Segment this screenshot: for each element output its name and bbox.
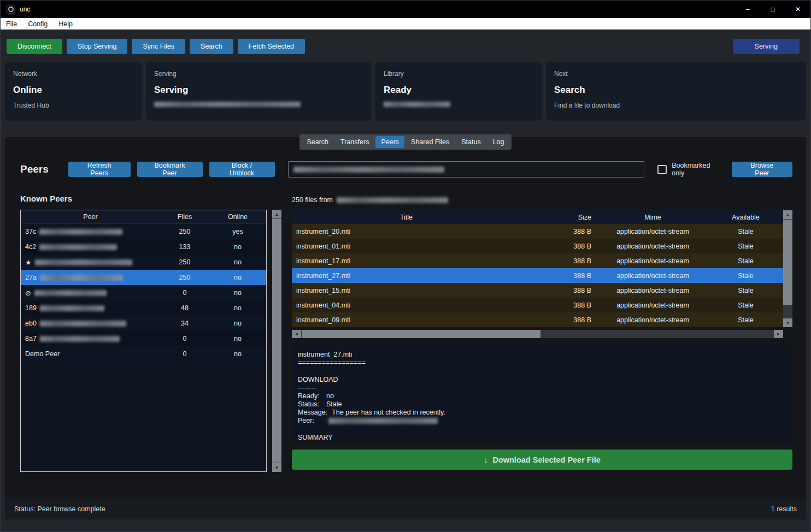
- file-row[interactable]: instrument_17.mti 388 B application/octe…: [292, 253, 783, 268]
- scrollbar-thumb[interactable]: [302, 330, 540, 338]
- scrollbar-thumb[interactable]: [272, 219, 281, 463]
- card-sub: [154, 102, 363, 107]
- file-row[interactable]: instrument_15.mti 388 B application/octe…: [292, 283, 783, 298]
- download-selected-peer-file-button[interactable]: ↓ Download Selected Peer File: [292, 450, 792, 470]
- peer-id-prefix: 189: [25, 304, 37, 312]
- peer-name: Demo Peer: [25, 350, 60, 358]
- peer-row[interactable]: 8a7 0 no: [21, 331, 266, 346]
- peer-address-input[interactable]: [288, 161, 645, 178]
- redacted-peer-id: [39, 244, 117, 250]
- minimize-button[interactable]: –: [735, 1, 760, 18]
- disconnect-button[interactable]: Disconnect: [7, 39, 62, 54]
- peer-files-section: 250 files from Title Size Mime Available…: [292, 178, 792, 472]
- app-icon: [7, 5, 15, 14]
- scroll-up-icon[interactable]: ▲: [272, 210, 281, 218]
- peer-column-header: Peer: [21, 213, 160, 221]
- file-row-selected[interactable]: instrument_27.mti 388 B application/octe…: [292, 268, 783, 283]
- peer-row-selected[interactable]: 27a 250 no: [21, 270, 266, 285]
- files-table-scrollbar[interactable]: ▲ ▼: [783, 210, 792, 327]
- library-card: Library Ready: [375, 62, 542, 121]
- detail-ready-line: Ready:no: [298, 392, 786, 400]
- tab-status[interactable]: Status: [456, 136, 486, 148]
- scroll-right-icon[interactable]: ►: [774, 330, 783, 338]
- close-button[interactable]: ✕: [785, 1, 810, 18]
- content-columns: Known Peers Peer Files Online 37c 250 ye…: [20, 178, 792, 472]
- file-row[interactable]: instrument_09.mti 388 B application/octe…: [292, 312, 783, 327]
- main-panel: Search Transfers Peers Shared Files Stat…: [5, 137, 806, 519]
- tabbar: Search Transfers Peers Shared Files Stat…: [5, 134, 806, 150]
- bookmark-star-icon: ★: [25, 258, 32, 267]
- scrollbar-track[interactable]: [541, 330, 774, 338]
- detail-title: instrument_27.mti: [298, 351, 786, 359]
- peer-row[interactable]: ⊘ 0 no: [21, 285, 266, 300]
- bookmarked-only-label: Bookmarked only: [672, 162, 724, 177]
- maximize-button[interactable]: □: [760, 1, 785, 18]
- search-button[interactable]: Search: [190, 39, 233, 54]
- statusbar: Status: Peer browse complete 1 results: [5, 499, 806, 519]
- tab-search[interactable]: Search: [301, 136, 334, 148]
- files-count-label: 250 files from: [292, 196, 792, 204]
- card-sub: [384, 102, 533, 107]
- card-value: Online: [13, 85, 133, 96]
- detail-title-underline: =================: [298, 359, 786, 367]
- redacted-peer-id: [40, 305, 104, 311]
- redacted-peer-id: [34, 290, 107, 296]
- peer-row[interactable]: 4c2 133 no: [21, 239, 266, 255]
- stop-serving-button[interactable]: Stop Serving: [67, 39, 128, 54]
- redacted-serving-address: [154, 102, 301, 107]
- download-arrow-icon: ↓: [484, 456, 487, 464]
- peer-id-prefix: 27a: [25, 274, 37, 281]
- peer-row[interactable]: ★ 250 no: [21, 255, 266, 270]
- block-unblock-button[interactable]: Block / Unblock: [209, 162, 275, 177]
- card-value: Ready: [384, 85, 533, 96]
- scroll-left-icon[interactable]: ◄: [292, 330, 301, 338]
- menu-help[interactable]: Help: [53, 20, 78, 28]
- tab-log[interactable]: Log: [487, 136, 510, 148]
- card-value: Search: [554, 85, 798, 96]
- refresh-peers-button[interactable]: Refresh Peers: [68, 162, 131, 177]
- redacted-peer-id: [40, 275, 123, 281]
- serving-card: Serving Serving: [146, 62, 371, 121]
- peer-row[interactable]: eb0 34 no: [21, 316, 266, 331]
- peers-title: Peers: [20, 163, 49, 175]
- next-card: Next Search Find a file to download: [546, 62, 806, 121]
- redacted-peer-id: [39, 229, 122, 235]
- file-row[interactable]: instrument_04.mti 388 B application/octe…: [292, 298, 783, 312]
- tab-peers[interactable]: Peers: [375, 136, 404, 148]
- card-label: Next: [554, 70, 798, 78]
- files-column-header: Files: [160, 213, 209, 221]
- menu-config[interactable]: Config: [22, 20, 53, 28]
- detail-message-line: Message:The peer has not checked in rece…: [298, 409, 786, 417]
- bookmark-peer-button[interactable]: Bookmark Peer: [137, 162, 203, 177]
- peers-toolbar: Peers Refresh Peers Bookmark Peer Block …: [20, 161, 792, 178]
- peers-table: Peer Files Online 37c 250 yes 4c2 133: [20, 210, 267, 472]
- peer-id-prefix: 8a7: [25, 335, 37, 342]
- peer-row[interactable]: 37c 250 yes: [21, 224, 266, 239]
- status-cards: Network Online Trusted Hub Serving Servi…: [1, 54, 810, 121]
- menu-file[interactable]: File: [1, 20, 22, 28]
- online-column-header: Online: [209, 213, 266, 221]
- scroll-up-icon[interactable]: ▲: [783, 210, 792, 219]
- browse-peer-button[interactable]: Browse Peer: [732, 162, 792, 177]
- redacted-peer-id: [40, 321, 126, 327]
- bookmarked-only-checkbox[interactable]: [657, 165, 667, 174]
- scroll-down-icon[interactable]: ▼: [272, 463, 281, 472]
- peer-row[interactable]: Demo Peer 0 no: [21, 346, 266, 362]
- peers-table-header: Peer Files Online: [21, 210, 266, 224]
- card-sub: Trusted Hub: [13, 102, 133, 109]
- tab-transfers[interactable]: Transfers: [335, 136, 374, 148]
- file-row[interactable]: instrument_20.mti 388 B application/octe…: [292, 224, 783, 239]
- peer-row[interactable]: 189 48 no: [21, 300, 266, 316]
- sync-files-button[interactable]: Sync Files: [132, 39, 185, 54]
- fetch-selected-button[interactable]: Fetch Selected: [238, 39, 305, 54]
- scroll-down-icon[interactable]: ▼: [783, 318, 792, 327]
- scrollbar-track[interactable]: [783, 305, 792, 318]
- scrollbar-thumb[interactable]: [783, 220, 792, 305]
- file-row[interactable]: instrument_01.mti 388 B application/octe…: [292, 239, 783, 253]
- files-table-hscrollbar[interactable]: ◄ ►: [292, 330, 783, 338]
- peers-table-scrollbar[interactable]: ▲ ▼: [272, 210, 281, 472]
- tab-shared-files[interactable]: Shared Files: [405, 136, 455, 148]
- blocked-icon: ⊘: [25, 289, 31, 297]
- card-value: Serving: [154, 85, 363, 96]
- card-label: Network: [13, 70, 133, 78]
